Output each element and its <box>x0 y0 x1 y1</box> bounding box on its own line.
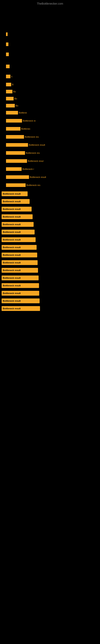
chart-bar-10: Bottleneck re <box>6 119 36 122</box>
chart-bar-7: Bo <box>6 97 17 100</box>
result-item-3: Bottleneck result <box>1 214 99 219</box>
chart-bar-18: Bottleneck res <box>6 183 40 187</box>
chart-bar-1 <box>6 42 8 46</box>
result-item-1: Bottleneck result <box>1 199 99 204</box>
chart-bar-4: s <box>6 75 12 78</box>
result-item-14: Bottleneck result <box>1 298 99 303</box>
chart-bar-2 <box>6 52 9 56</box>
chart-bar-6: Bo <box>6 90 16 94</box>
result-item-2: Bottleneck result <box>1 207 99 212</box>
result-label-4: Bottleneck result <box>3 223 21 226</box>
result-label-2: Bottleneck result <box>3 208 21 210</box>
result-item-0: Bottleneck result <box>1 192 99 196</box>
chart-bar-3 <box>6 64 10 68</box>
chart-bar-14: Bottleneck res <box>6 151 40 155</box>
result-item-15: Bottleneck result <box>1 306 99 311</box>
result-label-0: Bottleneck result <box>3 192 21 195</box>
chart-bar-17: Bottleneck result <box>6 175 46 179</box>
chart-bar-13: Bottleneck result <box>6 143 45 147</box>
chart-area: sBBoBoBoBottleneBottleneck reBottlenecBo… <box>4 6 96 187</box>
result-label-13: Bottleneck result <box>3 292 21 294</box>
results-section: Bottleneck resultBottleneck resultBottle… <box>0 187 100 311</box>
result-item-11: Bottleneck result <box>1 276 99 280</box>
result-item-4: Bottleneck result <box>1 222 99 227</box>
result-item-12: Bottleneck result <box>1 283 99 288</box>
result-item-8: Bottleneck result <box>1 252 99 258</box>
result-label-5: Bottleneck result <box>3 231 21 233</box>
result-item-10: Bottleneck result <box>1 268 99 273</box>
chart-bar-5: B <box>6 83 13 86</box>
result-label-14: Bottleneck result <box>3 300 21 302</box>
result-label-1: Bottleneck result <box>3 200 21 203</box>
result-label-9: Bottleneck result <box>3 262 21 264</box>
chart-bar-12: Bottleneck res <box>6 135 39 139</box>
result-label-12: Bottleneck result <box>3 284 21 287</box>
chart-bar-8: Bo <box>6 104 18 108</box>
result-item-5: Bottleneck result <box>1 230 99 234</box>
result-item-13: Bottleneck result <box>1 291 99 296</box>
chart-bar-0 <box>6 32 8 36</box>
result-label-11: Bottleneck result <box>3 277 21 279</box>
chart-bar-16: Bottleneck r <box>6 167 34 171</box>
result-label-7: Bottleneck result <box>3 246 21 248</box>
result-label-10: Bottleneck result <box>3 269 21 272</box>
result-item-9: Bottleneck result <box>1 260 99 265</box>
chart-bar-15: Bottleneck resul <box>6 159 43 163</box>
result-label-15: Bottleneck result <box>3 307 21 310</box>
result-label-3: Bottleneck result <box>3 216 21 218</box>
chart-bar-9: Bottlene <box>6 111 27 114</box>
result-item-6: Bottleneck result <box>1 237 99 242</box>
result-item-7: Bottleneck result <box>1 245 99 250</box>
result-label-6: Bottleneck result <box>3 238 21 241</box>
chart-bar-11: Bottlenec <box>6 127 30 130</box>
site-title: TheBottlenecker.com <box>0 0 100 6</box>
result-label-8: Bottleneck result <box>3 254 21 256</box>
